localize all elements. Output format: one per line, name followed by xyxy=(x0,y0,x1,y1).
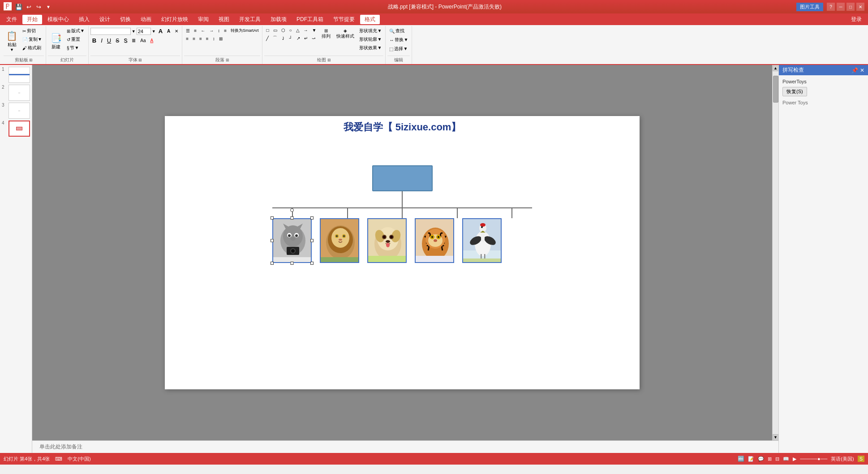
select-btn[interactable]: ⬚ 选择▼ xyxy=(387,45,410,53)
view-reading-icon[interactable]: 📖 xyxy=(783,456,789,462)
shape-rounded[interactable]: ▭ xyxy=(271,27,279,34)
text-direction-btn[interactable]: ↕ xyxy=(216,27,222,34)
increase-indent-btn[interactable]: → xyxy=(207,27,215,34)
comment-icon[interactable]: 💬 xyxy=(758,456,764,462)
org-top-box[interactable] xyxy=(372,165,433,191)
clipboard-expand-icon[interactable]: ⊞ xyxy=(29,58,33,62)
menu-home[interactable]: 开始 xyxy=(22,15,42,24)
animal-image-dog[interactable] xyxy=(367,218,407,263)
shape-curve[interactable]: ⌒ xyxy=(271,34,279,42)
handle-br[interactable] xyxy=(310,262,314,265)
quick-save-btn[interactable]: 💾 xyxy=(14,2,23,11)
vertical-scrollbar[interactable]: ▲ ▼ xyxy=(772,65,778,440)
view-slideshow-icon[interactable]: ▶ xyxy=(793,456,796,462)
shadow-btn[interactable]: S xyxy=(122,37,129,45)
minimize-btn[interactable]: ─ xyxy=(837,3,845,11)
view-normal-icon[interactable]: ⊞ xyxy=(768,456,772,462)
animal-image-cat[interactable] xyxy=(272,218,312,263)
animal-image-crane[interactable] xyxy=(462,218,502,263)
notes-bar[interactable]: 单击此处添加备注 xyxy=(32,440,778,453)
columns-btn[interactable]: ⊞ xyxy=(217,35,224,42)
underline-btn[interactable]: U xyxy=(105,36,113,45)
font-name-input[interactable] xyxy=(90,28,131,35)
scroll-thumb[interactable] xyxy=(773,76,778,103)
zoom-slider[interactable]: ─────●── xyxy=(800,456,827,461)
shape-connector[interactable]: ┘ xyxy=(287,34,294,42)
align-center-btn[interactable]: ≡ xyxy=(191,35,197,42)
shape-effects-btn[interactable]: 形状效果▼ xyxy=(357,44,383,52)
para-expand-icon[interactable]: ⊞ xyxy=(226,58,229,62)
shape-triangle[interactable]: △ xyxy=(294,27,301,34)
menu-slideshow[interactable]: 幻灯片放映 xyxy=(157,15,193,24)
handle-bc[interactable] xyxy=(291,262,294,265)
shape-freeform[interactable]: ⤸ xyxy=(279,34,287,42)
copy-btn[interactable]: 📄复制▼ xyxy=(21,35,44,43)
menu-file[interactable]: 文件 xyxy=(2,15,21,24)
change-case-btn[interactable]: Aa xyxy=(138,37,147,44)
clear-format-btn[interactable]: ✕ xyxy=(173,28,180,34)
handle-bl[interactable] xyxy=(271,262,274,265)
bold-btn[interactable]: B xyxy=(90,36,98,45)
shape-line[interactable]: ╱ xyxy=(264,34,271,42)
shape-arrow[interactable]: → xyxy=(302,27,310,34)
pin-icon[interactable]: 📌 xyxy=(851,67,858,73)
line-spacing-btn[interactable]: ↕ xyxy=(211,35,217,42)
rotate-handle[interactable] xyxy=(290,208,294,212)
section-btn[interactable]: §节▼ xyxy=(65,44,86,52)
input-icon[interactable]: S xyxy=(858,456,864,462)
italic-btn[interactable]: I xyxy=(99,36,104,45)
font-size-input[interactable] xyxy=(137,28,151,35)
bullet-list-btn[interactable]: ☰ xyxy=(184,27,192,34)
slide-thumb-4[interactable]: 4 xyxy=(2,121,30,137)
reset-btn[interactable]: ↺重置 xyxy=(65,35,86,43)
cut-btn[interactable]: ✂剪切 xyxy=(21,27,44,35)
animal-image-tiger[interactable] xyxy=(415,218,454,263)
handle-rc[interactable] xyxy=(310,239,314,242)
quick-undo-btn[interactable]: ↩ xyxy=(24,2,33,11)
animal-image-lion[interactable] xyxy=(320,218,359,263)
new-slide-btn[interactable]: 📑 新建 xyxy=(48,27,64,56)
menu-view[interactable]: 视图 xyxy=(214,15,234,24)
maximize-btn[interactable]: □ xyxy=(847,3,855,11)
paste-btn[interactable]: 📋 粘贴 ▼ xyxy=(4,27,20,56)
menu-devtools[interactable]: 开发工具 xyxy=(235,15,265,24)
strikethrough-btn[interactable]: S xyxy=(114,37,121,45)
spacing-btn[interactable]: ≣ xyxy=(130,37,138,44)
notes-icon[interactable]: 📝 xyxy=(748,456,754,462)
decrease-font-btn[interactable]: A xyxy=(165,28,172,34)
slide-preview-3[interactable]: ─ xyxy=(9,103,30,119)
shape-other[interactable]: ⤻ xyxy=(310,34,317,42)
shape-outline-btn[interactable]: 形状轮廓▼ xyxy=(357,35,383,43)
quick-redo-btn[interactable]: ↪ xyxy=(34,2,43,11)
menu-format[interactable]: 格式 xyxy=(360,15,380,24)
scroll-up-btn[interactable]: ▲ xyxy=(773,65,779,71)
slide-preview-1[interactable] xyxy=(9,67,30,83)
menu-design[interactable]: 设计 xyxy=(95,15,115,24)
font-name-expand-icon[interactable]: ▼ xyxy=(132,29,136,34)
view-slidesorter-icon[interactable]: ⊟ xyxy=(775,456,779,462)
scroll-down-btn[interactable]: ▼ xyxy=(773,434,779,440)
font-size-expand-icon[interactable]: ▼ xyxy=(152,29,156,34)
quick-styles-btn[interactable]: ◈ 快速样式 xyxy=(334,27,357,41)
shape-circle[interactable]: ○ xyxy=(288,27,294,34)
menu-pdf[interactable]: PDF工具箱 xyxy=(292,15,328,24)
quick-customize-btn[interactable]: ▼ xyxy=(44,2,53,11)
scroll-track[interactable] xyxy=(773,71,779,434)
arrange-btn[interactable]: ⊞ 排列 xyxy=(319,27,333,41)
restore-btn[interactable]: 恢复(S) xyxy=(782,87,807,96)
shape-snip[interactable]: ⬡ xyxy=(279,27,287,34)
login-btn[interactable]: 登录 xyxy=(847,15,866,24)
format-painter-btn[interactable]: 🖌格式刷 xyxy=(21,44,44,52)
menu-animation[interactable]: 动画 xyxy=(136,15,156,24)
convert-smartart-btn[interactable]: 转换为SmartArt xyxy=(229,27,261,34)
shape-rect[interactable]: □ xyxy=(264,27,271,34)
font-expand-icon[interactable]: ⊞ xyxy=(138,58,142,62)
justify-btn[interactable]: ≡ xyxy=(204,35,211,42)
shape-bent[interactable]: ↗ xyxy=(295,34,302,42)
menu-insert[interactable]: 插入 xyxy=(74,15,94,24)
close-btn[interactable]: ✕ xyxy=(856,3,864,11)
help-btn[interactable]: ? xyxy=(827,3,835,11)
handle-tc[interactable] xyxy=(291,216,294,220)
replace-btn[interactable]: ↔ 替换▼ xyxy=(387,36,410,44)
ime-icon[interactable]: 🔤 xyxy=(738,456,744,462)
